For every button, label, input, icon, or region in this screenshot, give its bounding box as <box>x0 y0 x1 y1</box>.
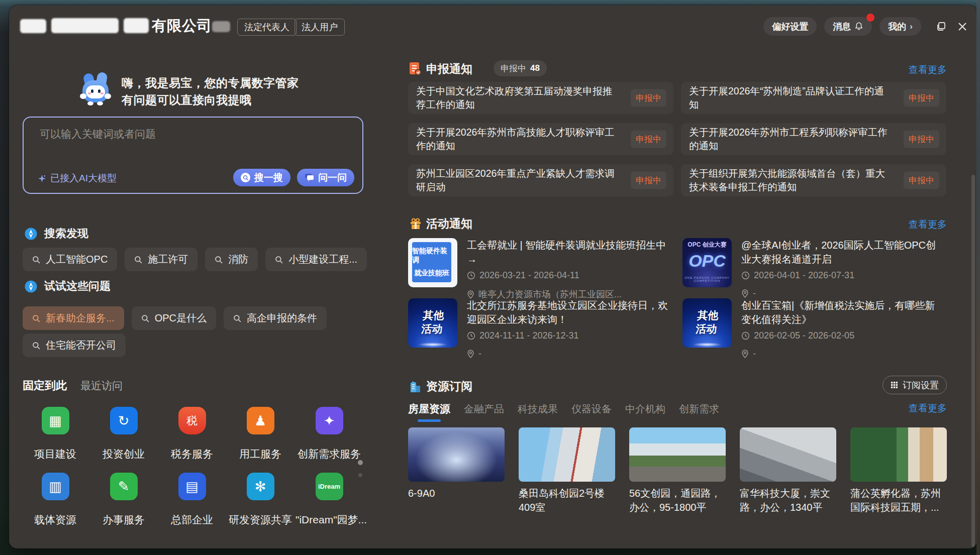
app-tax-service[interactable]: 税 税务服务 <box>158 407 226 461</box>
question-tag[interactable]: 住宅能否开公司 <box>23 334 126 357</box>
assistant-greeting-line1: 嗨，我是易宝，您的专属数字管家 <box>122 75 299 91</box>
activity-item[interactable]: 其他活动 北交所江苏服务基地设立园区企业接待日，欢迎园区企业来访来询！ 2024… <box>408 298 673 357</box>
clock-icon <box>741 331 750 340</box>
status-badge: 申报中 <box>631 131 666 148</box>
compass-icon <box>24 227 38 241</box>
clock-icon <box>741 271 750 280</box>
restore-window-icon[interactable] <box>936 21 947 32</box>
worker-icon: ♟ <box>247 407 274 434</box>
property-card[interactable]: 富华科技大厦，崇文路，办公，1340平 <box>740 427 836 514</box>
vertical-scrollbar[interactable] <box>971 175 975 547</box>
discover-tag[interactable]: 施工许可 <box>125 248 198 271</box>
close-window-icon[interactable] <box>957 21 968 32</box>
ai-model-note: 已接入AI大模型 <box>38 172 117 185</box>
location-pin-icon <box>741 289 749 298</box>
company-name-redacted <box>20 19 46 33</box>
resource-tab-instruments[interactable]: 仪器设备 <box>571 402 612 416</box>
gift-icon <box>409 217 422 230</box>
app-idream-park[interactable]: iDream "iDream"园梦... <box>296 473 363 527</box>
declaration-doc-icon <box>408 61 422 76</box>
resources-title: 资源订阅 <box>426 379 472 394</box>
resource-tab-agency[interactable]: 中介机构 <box>625 402 665 416</box>
resources-more-link[interactable]: 查看更多 <box>909 402 947 415</box>
tab-pinned[interactable]: 固定到此 <box>23 378 67 393</box>
declaration-filter-pill[interactable]: 申报中48 <box>494 60 547 76</box>
property-card[interactable]: 6-9A0 <box>408 427 505 514</box>
discover-tag[interactable]: 小型建设工程... <box>265 248 367 271</box>
lightbulb-icon: ✦ <box>316 407 343 434</box>
resource-tab-innovation[interactable]: 创新需求 <box>679 402 719 416</box>
building-resource-icon <box>409 380 421 393</box>
chat-bubble-icon <box>305 173 314 182</box>
questions-section-title: 试试这些问题 <box>24 279 111 294</box>
my-account-button[interactable]: 我的 › <box>879 17 921 36</box>
activities-more-link[interactable]: 查看更多 <box>909 218 947 231</box>
activities-title: 活动通知 <box>426 216 472 232</box>
discover-tag[interactable]: 人工智能OPC <box>23 248 117 271</box>
notice-card[interactable]: 关于开展2026年苏州市工程系列职称评审工作的通知申报中 <box>681 123 946 155</box>
app-employment-service[interactable]: ♟ 用工服务 <box>227 407 294 461</box>
grid-icon <box>891 381 898 389</box>
notice-card[interactable]: 苏州工业园区2026年重点产业紧缺人才需求调研启动申报中 <box>408 164 673 196</box>
property-photo-office-tower <box>740 427 836 482</box>
activity-item[interactable]: 智能硬件装调就业技能班 工会帮就业 | 智能硬件装调就业技能班招生中→ 2026… <box>408 238 673 296</box>
activity-cover-other: 其他活动 <box>682 298 732 348</box>
app-invest-startup[interactable]: ↻ 投资创业 <box>90 407 157 461</box>
bell-icon <box>854 22 863 31</box>
app-affairs-service[interactable]: ✎ 办事服务 <box>90 473 157 527</box>
notice-card[interactable]: 关于中国文化艺术政府奖第五届动漫奖申报推荐工作的通知申报中 <box>408 82 673 114</box>
messages-button[interactable]: 消息 <box>824 17 872 36</box>
search-button[interactable]: 搜一搜 <box>233 169 290 186</box>
search-icon <box>241 173 250 182</box>
office-buildings-icon: ▤ <box>178 473 206 500</box>
app-innovation-demand[interactable]: ✦ 创新需求服务 <box>296 407 363 461</box>
sparkle-icon <box>38 174 46 183</box>
declarations-more-link[interactable]: 查看更多 <box>909 63 947 76</box>
carousel-dot[interactable] <box>358 473 362 477</box>
buildings-icon: ▥ <box>42 473 69 500</box>
carousel-dot-active[interactable] <box>358 460 363 465</box>
chevron-right-icon: › <box>910 22 913 32</box>
activity-item[interactable]: OPC 创业大赛 OPC ONE PERSON COMPANY COMPETIT… <box>682 238 948 296</box>
resource-tab-finance[interactable]: 金融产品 <box>464 402 504 416</box>
notice-card[interactable]: 关于开展2026年“苏州制造”品牌认证工作的通知申报中 <box>681 82 946 114</box>
clipboard-icon: ✎ <box>110 473 138 500</box>
badge-legal-person-user: 法人用户 <box>295 19 345 36</box>
property-photo-night-city <box>408 427 505 482</box>
status-badge: 申报中 <box>904 172 939 189</box>
resource-tab-tech[interactable]: 科技成果 <box>518 402 558 416</box>
notice-card[interactable]: 关于开展2026年苏州市高技能人才职称评审工作的通知申报中 <box>408 123 673 155</box>
property-card[interactable]: 蒲公英孵化器，苏州国际科技园五期，... <box>850 427 947 514</box>
search-input[interactable] <box>39 128 340 141</box>
compass-icon <box>24 280 38 293</box>
app-headquarters-enterprise[interactable]: ▤ 总部企业 <box>158 473 226 527</box>
activity-item[interactable]: 其他活动 创业百宝箱|《新增值税法实施后，有哪些新变化值得关注》 2026-02… <box>682 298 948 357</box>
property-card[interactable]: 56文创园，通园路，办公，95-1800平 <box>629 427 726 514</box>
subscription-settings-button[interactable]: 订阅设置 <box>883 376 947 394</box>
activity-cover-other: 其他活动 <box>408 298 457 348</box>
question-tag-highlighted[interactable]: 新春助企服务... <box>23 306 124 330</box>
idream-logo-icon: iDream <box>316 473 343 500</box>
resource-tab-housing[interactable]: 房屋资源 <box>408 402 450 416</box>
tab-recent[interactable]: 最近访问 <box>80 379 123 393</box>
status-badge: 申报中 <box>904 89 939 107</box>
clock-icon <box>467 271 475 280</box>
ask-button[interactable]: 问一问 <box>297 169 354 186</box>
yibao-mascot-avatar <box>81 73 112 106</box>
property-photo-creative-park <box>629 427 726 482</box>
assistant-greeting-line2: 有问题可以直接向我提哦 <box>122 92 252 108</box>
app-rd-resource-sharing[interactable]: ✻ 研发资源共享 <box>227 473 294 527</box>
preferences-button[interactable]: 偏好设置 <box>763 17 817 36</box>
app-carrier-resources[interactable]: ▥ 载体资源 <box>22 473 89 527</box>
activity-cover-opc-competition: OPC 创业大赛 OPC ONE PERSON COMPANY COMPETIT… <box>682 238 732 287</box>
app-project-construction[interactable]: ▦ 项目建设 <box>22 407 89 461</box>
property-card[interactable]: 桑田岛科创园2号楼409室 <box>519 427 615 514</box>
app-window: 有限公司 法定代表人 法人用户 偏好设置 消息 我的 › <box>9 5 977 548</box>
discover-tag[interactable]: 消防 <box>205 248 258 271</box>
question-tag[interactable]: OPC是什么 <box>132 306 216 330</box>
activity-cover-training-class: 智能硬件装调就业技能班 <box>408 238 457 287</box>
badge-legal-representative: 法定代表人 <box>237 19 297 36</box>
question-tag[interactable]: 高企申报的条件 <box>224 306 327 330</box>
flask-gear-icon: ✻ <box>247 473 274 500</box>
notice-card[interactable]: 关于组织开展第六批能源领域首台（套）重大技术装备申报工作的通知申报中 <box>681 164 946 196</box>
